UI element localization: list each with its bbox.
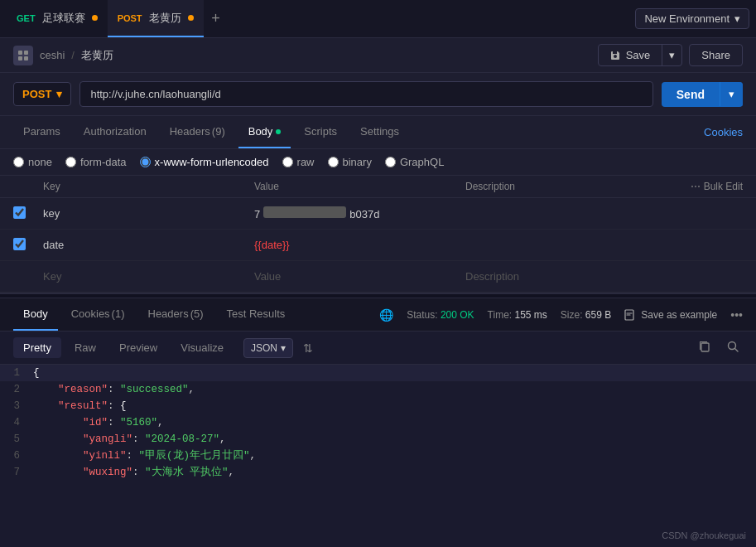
method-label-get: GET [17,13,36,23]
response-status-info: 🌐 Status: 200 OK Time: 155 ms Size: 659 … [379,308,743,322]
radio-raw[interactable]: raw [282,156,315,168]
method-label-post: POST [118,13,142,23]
radio-raw-input[interactable] [282,157,293,167]
method-chevron-icon: ▾ [56,88,62,100]
line-number: 5 [0,431,30,448]
status-ok: 200 OK [441,309,474,321]
copy-button[interactable] [695,336,715,359]
visualize-button[interactable]: Visualize [171,337,234,358]
resp-headers-badge: (5) [190,307,204,320]
sort-icon[interactable]: ⇅ [303,341,313,355]
globe-icon: 🌐 [379,308,393,322]
breadcrumb-current: 老黄历 [81,48,113,63]
radio-urlencoded[interactable]: x-www-form-urlencoded [140,156,269,168]
tab-indicator-laohuan [188,15,194,21]
save-button-group[interactable]: Save ▾ [598,44,683,66]
pretty-button[interactable]: Pretty [13,337,61,358]
tab-headers[interactable]: Headers (9) [160,116,235,148]
key-column-header: Key [43,181,254,192]
method-select[interactable]: POST ▾ [13,82,71,106]
tab-get-football[interactable]: GET 足球联赛 [7,0,108,37]
tab-post-laohuan[interactable]: POST 老黄历 [108,0,204,37]
send-button[interactable]: Send [662,82,720,107]
more-options-button[interactable]: ••• [730,308,743,322]
format-selector[interactable]: JSON ▾ [243,338,293,358]
url-input[interactable] [79,81,652,107]
search-button[interactable] [723,336,743,359]
environment-selector[interactable]: New Environment ▾ [635,8,749,29]
tab-bar: GET 足球联赛 POST 老黄历 + New Environment ▾ [0,0,756,38]
code-line-1: 1 { [0,365,756,381]
tab-params[interactable]: Params [13,116,70,148]
radio-binary[interactable]: binary [328,156,372,168]
params-table-header: Key Value Description ⋯ Bulk Edit [0,176,756,198]
add-tab-button[interactable]: + [204,7,229,31]
row2-checkbox[interactable] [13,238,26,250]
row3-key-placeholder[interactable]: Key [43,270,254,283]
svg-rect-1 [24,51,28,55]
resp-tab-cookies[interactable]: Cookies (1) [61,298,135,331]
save-button[interactable]: Save [599,45,662,65]
request-tabs: Params Authorization Headers (9) Body Sc… [0,116,756,149]
tab-bar-right: New Environment ▾ [635,8,749,29]
line-number: 1 [0,365,30,381]
size-value: 659 B [585,309,611,321]
tab-authorization[interactable]: Authorization [74,116,156,148]
bulk-edit-button[interactable]: ⋯ Bulk Edit [677,181,743,192]
method-value: POST [22,88,51,100]
bulk-edit-icon: ⋯ [691,181,701,192]
svg-rect-3 [24,56,28,61]
resp-tab-body[interactable]: Body [13,298,58,331]
env-chevron-icon: ▾ [734,12,740,25]
svg-rect-2 [18,56,22,61]
radio-graphql-input[interactable] [385,157,396,167]
line-number: 7 [0,464,30,481]
radio-form-data-input[interactable] [65,157,76,167]
code-line-4: 4 "id": "5160", [0,414,756,431]
svg-rect-0 [18,51,22,55]
value-column-header: Value [254,181,465,192]
row1-checkbox[interactable] [13,206,26,219]
params-table: Key Value Description ⋯ Bulk Edit key 7b… [0,176,756,293]
time-value: 155 ms [514,309,547,321]
cookies-link[interactable]: Cookies [704,126,743,138]
send-button-group[interactable]: Send ▾ [662,82,743,107]
save-dropdown-button[interactable]: ▾ [662,45,681,65]
row2-value[interactable]: {{date}} [254,239,465,251]
breadcrumb-bar: ceshi / 老黄历 Save ▾ Share [0,38,756,73]
row3-desc-placeholder[interactable]: Description [465,270,677,283]
preview-button[interactable]: Preview [109,337,167,358]
row1-key[interactable]: key [43,207,254,220]
radio-form-data[interactable]: form-data [65,156,127,168]
radio-none[interactable]: none [13,156,52,168]
tab-body[interactable]: Body [238,116,291,148]
radio-urlencoded-input[interactable] [140,157,151,167]
view-controls-right [695,336,743,359]
url-bar: POST ▾ Send ▾ [0,73,756,116]
save-label: Save [626,49,651,61]
line-number: 4 [0,414,30,431]
svg-rect-5 [701,343,709,351]
radio-none-input[interactable] [13,157,24,167]
line-number: 6 [0,448,30,464]
row1-value[interactable]: 7b037d [254,206,465,220]
tab-scripts[interactable]: Scripts [294,116,347,148]
raw-button[interactable]: Raw [65,337,106,358]
resp-tab-headers[interactable]: Headers (5) [138,298,214,331]
response-tabs-bar: Body Cookies (1) Headers (5) Test Result… [0,298,756,332]
tab-settings[interactable]: Settings [350,116,409,148]
row3-value-placeholder[interactable]: Value [254,270,465,283]
row2-key[interactable]: date [43,239,254,251]
send-dropdown-button[interactable]: ▾ [720,82,743,106]
save-example-button[interactable]: Save as example [624,309,717,321]
table-row: Key Value Description [0,261,756,293]
size-indicator: Size: 659 B [561,309,611,321]
bulk-edit-label: Bulk Edit [704,181,743,192]
share-button[interactable]: Share [689,44,743,66]
breadcrumb-workspace[interactable]: ceshi [40,49,65,61]
cookies-badge: (1) [112,307,125,320]
radio-graphql[interactable]: GraphQL [385,156,444,168]
radio-binary-input[interactable] [328,157,339,167]
resp-tab-testresults[interactable]: Test Results [217,298,296,331]
breadcrumb-separator: / [71,49,75,61]
